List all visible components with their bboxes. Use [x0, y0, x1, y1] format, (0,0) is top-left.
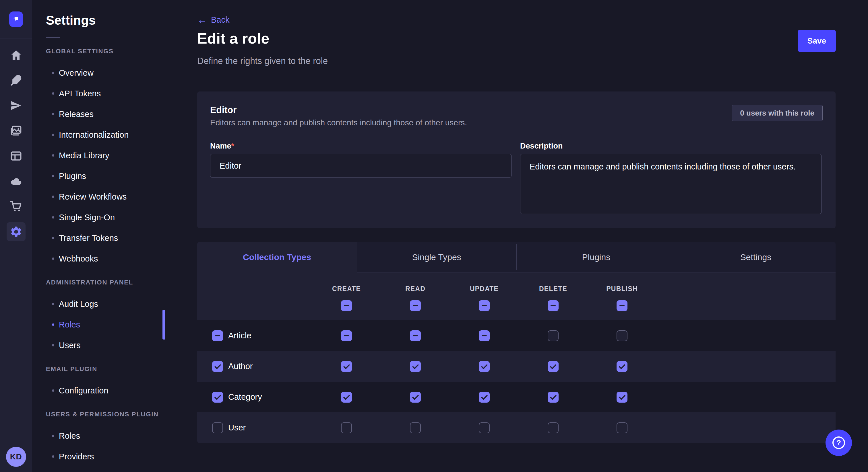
author-update-checkbox[interactable]	[479, 361, 490, 372]
article-update-checkbox[interactable]	[479, 330, 490, 341]
administration-panel-list: Audit Logs Roles Users	[32, 294, 165, 356]
bullet-icon	[52, 456, 54, 458]
user-publish-checkbox[interactable]	[617, 423, 627, 433]
email-plugin-list: Configuration	[32, 380, 165, 401]
bullet-icon	[52, 344, 54, 346]
role-description-text: Editors can manage and publish contents …	[210, 118, 467, 127]
users-with-role-badge[interactable]: 0 users with this role	[732, 105, 823, 121]
sidebar-item-api-tokens[interactable]: API Tokens	[32, 83, 165, 104]
sidebar-item-webhooks[interactable]: Webhooks	[32, 248, 165, 269]
column-header-create: CREATE	[332, 285, 361, 293]
rail-icon-list	[3, 42, 29, 244]
help-button[interactable]: ?	[826, 430, 852, 456]
sidebar-item-up-providers[interactable]: Providers	[32, 446, 165, 467]
row-select-user-checkbox[interactable]	[212, 423, 223, 433]
back-link[interactable]: ← Back	[197, 15, 229, 25]
sidebar-item-media-library[interactable]: Media Library	[32, 145, 165, 166]
bullet-icon	[52, 216, 54, 218]
table-row-author: Author	[197, 351, 836, 382]
gear-icon[interactable]	[3, 219, 29, 244]
category-read-checkbox[interactable]	[410, 392, 421, 403]
sidebar-item-review-workflows[interactable]: Review Workflows	[32, 187, 165, 207]
category-publish-checkbox[interactable]	[617, 392, 627, 403]
sidebar-item-single-sign-on[interactable]: Single Sign-On	[32, 207, 165, 228]
paper-plane-icon[interactable]	[3, 93, 29, 118]
role-details-card: Editor Editors can manage and publish co…	[197, 92, 836, 228]
row-select-article-checkbox[interactable]	[212, 330, 223, 341]
row-label: Article	[228, 331, 251, 340]
description-textarea[interactable]: Editors can manage and publish contents …	[520, 154, 822, 214]
row-select-author-checkbox[interactable]	[212, 361, 223, 372]
page-title: Edit a role	[197, 30, 269, 47]
select-all-read-checkbox[interactable]	[410, 300, 421, 311]
column-header-update: UPDATE	[470, 285, 499, 293]
sidebar-item-configuration[interactable]: Configuration	[32, 380, 165, 401]
author-publish-checkbox[interactable]	[617, 361, 627, 372]
column-header-publish: PUBLISH	[606, 285, 638, 293]
user-read-checkbox[interactable]	[410, 423, 421, 433]
tab-settings[interactable]: Settings	[676, 242, 836, 272]
user-delete-checkbox[interactable]	[548, 423, 559, 433]
name-input[interactable]	[210, 154, 512, 177]
sidebar-item-roles-active[interactable]: Roles	[32, 314, 165, 335]
table-row-category: Category	[197, 382, 836, 412]
select-all-update-checkbox[interactable]	[479, 300, 490, 311]
column-header-delete: DELETE	[539, 285, 567, 293]
permissions-card: Collection Types Single Types Plugins Se…	[197, 242, 836, 443]
settings-sidebar: Settings GLOBAL SETTINGS Overview API To…	[32, 0, 165, 472]
tab-collection-types[interactable]: Collection Types	[197, 242, 357, 272]
required-asterisk: *	[231, 142, 235, 150]
strapi-logo-icon[interactable]	[9, 11, 23, 27]
author-delete-checkbox[interactable]	[548, 361, 559, 372]
category-delete-checkbox[interactable]	[548, 392, 559, 403]
article-create-checkbox[interactable]	[341, 330, 352, 341]
user-create-checkbox[interactable]	[341, 423, 352, 433]
bullet-icon	[52, 390, 54, 392]
sidebar-item-users[interactable]: Users	[32, 335, 165, 356]
user-update-checkbox[interactable]	[479, 423, 490, 433]
user-avatar[interactable]: KD	[6, 447, 26, 467]
select-all-publish-checkbox[interactable]	[617, 300, 627, 311]
sidebar-item-releases[interactable]: Releases	[32, 104, 165, 125]
sidebar-item-overview[interactable]: Overview	[32, 63, 165, 83]
tab-single-types[interactable]: Single Types	[357, 242, 516, 272]
sidebar-item-audit-logs[interactable]: Audit Logs	[32, 294, 165, 314]
row-label: Category	[228, 392, 262, 402]
bullet-icon	[52, 154, 54, 157]
table-row-user: User	[197, 412, 836, 443]
home-icon[interactable]	[3, 42, 29, 68]
main-content: ← Back Edit a role Save Define the right…	[165, 0, 868, 472]
bullet-icon	[52, 175, 54, 177]
sidebar-item-internationalization[interactable]: Internationalization	[32, 125, 165, 145]
question-mark-icon: ?	[832, 436, 845, 449]
select-all-create-checkbox[interactable]	[341, 300, 352, 311]
sidebar-item-up-roles[interactable]: Roles	[32, 426, 165, 446]
select-all-delete-checkbox[interactable]	[548, 300, 559, 311]
description-field-label: Description	[520, 142, 822, 150]
sidebar-title: Settings	[46, 13, 165, 28]
author-create-checkbox[interactable]	[341, 361, 352, 372]
article-publish-checkbox[interactable]	[617, 330, 627, 341]
section-administration-panel: ADMINISTRATION PANEL	[46, 279, 165, 286]
save-button[interactable]: Save	[798, 30, 836, 52]
table-row-article: Article	[197, 320, 836, 351]
feather-icon[interactable]	[3, 68, 29, 93]
media-library-icon[interactable]	[3, 118, 29, 143]
cloud-icon[interactable]	[3, 169, 29, 194]
tab-plugins[interactable]: Plugins	[516, 242, 676, 272]
sidebar-item-plugins[interactable]: Plugins	[32, 166, 165, 187]
section-email-plugin: EMAIL PLUGIN	[46, 365, 165, 373]
row-label: Author	[228, 362, 253, 371]
article-read-checkbox[interactable]	[410, 330, 421, 341]
author-read-checkbox[interactable]	[410, 361, 421, 372]
cart-icon[interactable]	[3, 194, 29, 219]
category-create-checkbox[interactable]	[341, 392, 352, 403]
column-header-read: READ	[405, 285, 425, 293]
layout-icon[interactable]	[3, 143, 29, 169]
article-delete-checkbox[interactable]	[548, 330, 559, 341]
category-update-checkbox[interactable]	[479, 392, 490, 403]
row-select-category-checkbox[interactable]	[212, 392, 223, 403]
permissions-tabs: Collection Types Single Types Plugins Se…	[197, 242, 836, 272]
sidebar-item-transfer-tokens[interactable]: Transfer Tokens	[32, 228, 165, 248]
bullet-icon	[52, 303, 54, 305]
